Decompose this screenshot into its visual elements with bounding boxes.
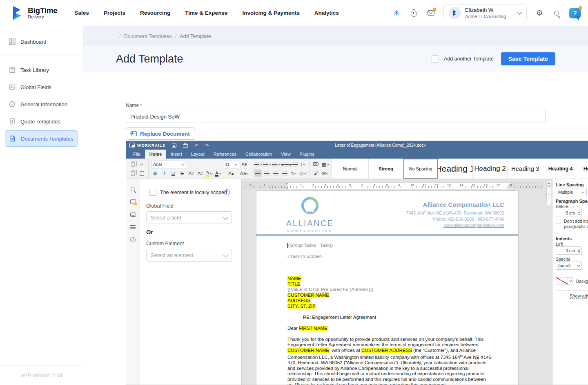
select-all-button[interactable] xyxy=(138,169,146,177)
line-spacing-button[interactable]: ↕ xyxy=(298,160,307,168)
spinner-arrows[interactable] xyxy=(578,248,580,253)
numbered-list-button[interactable] xyxy=(263,160,271,168)
tab-collaboration[interactable]: Collaboration xyxy=(241,150,276,159)
tab-insert[interactable]: Insert xyxy=(166,150,187,159)
scroll-up-button[interactable] xyxy=(546,181,551,186)
font-name-select[interactable]: Arial xyxy=(151,161,186,168)
decrease-font-button[interactable]: A▾ xyxy=(240,160,248,168)
copy-button[interactable] xyxy=(129,169,137,177)
align-justify-button[interactable] xyxy=(281,169,289,177)
ai-sparkle-icon[interactable]: ✳ xyxy=(392,9,401,18)
company-website-link[interactable]: www.alliancecompensation.com xyxy=(406,222,504,228)
bullet-list-button[interactable] xyxy=(254,160,262,168)
align-center-button[interactable] xyxy=(263,169,271,177)
bold-button[interactable]: B xyxy=(151,169,159,177)
save-template-button[interactable]: Save Template xyxy=(501,52,555,65)
font-size-select[interactable]: 11 xyxy=(223,161,239,168)
increase-indent-button[interactable]: ▸ xyxy=(290,160,298,168)
shading-button[interactable]: ◇ xyxy=(298,169,307,177)
template-name-input[interactable] xyxy=(126,110,546,123)
find-icon[interactable] xyxy=(129,186,136,192)
show-advanced-link[interactable]: Show advanced settings xyxy=(570,293,588,299)
about-icon[interactable]: i xyxy=(129,236,136,243)
increase-font-button[interactable]: A▴ xyxy=(223,169,239,177)
copy-style-button[interactable]: 🖌 xyxy=(312,169,320,177)
sidebar-item-documents-templates[interactable]: Documents Templates xyxy=(5,130,78,147)
sidebar-item-task-library[interactable]: Task Library xyxy=(5,62,78,78)
sidebar-item-quote-templates[interactable]: Quote Templates xyxy=(5,113,78,130)
scrollbar-thumb[interactable] xyxy=(546,186,551,206)
redo-icon[interactable]: ↷ xyxy=(205,143,209,148)
save-icon[interactable] xyxy=(172,143,176,148)
undo-icon[interactable]: ↶ xyxy=(194,143,198,148)
cut-button[interactable]: ✂ xyxy=(138,160,146,168)
style-no-spacing[interactable]: No Spacing xyxy=(403,159,438,179)
background-color-swatch[interactable] xyxy=(556,277,568,284)
line-spacing-select[interactable]: Multiple xyxy=(556,188,587,196)
tab-view[interactable]: View xyxy=(276,150,295,159)
scoped-info-icon[interactable]: i xyxy=(224,189,230,195)
spinner-arrows[interactable] xyxy=(578,210,580,215)
replace-document-button[interactable]: Replace Document xyxy=(126,128,195,140)
tab-layout[interactable]: Layout xyxy=(187,150,209,159)
letter-body[interactable]: {Group Tasks - Task}}<Task In Scope>NAME… xyxy=(256,237,518,385)
horizontal-ruler[interactable]: 21123456789101112131415161718 xyxy=(244,182,543,189)
nav-projects[interactable]: Projects xyxy=(104,10,125,16)
special-select[interactable]: (none) xyxy=(556,262,582,270)
user-menu[interactable]: Elizabeth W. Acme IT Consulting xyxy=(443,4,527,22)
sidebar-item-dashboard[interactable]: Dashboard xyxy=(5,34,78,50)
right-indent-marker[interactable] xyxy=(506,184,510,188)
decrease-indent-button[interactable]: ◂ xyxy=(281,160,289,168)
style-heading3[interactable]: Heading 3 xyxy=(508,159,543,179)
style-heading2[interactable]: Heading 2 xyxy=(473,159,508,179)
paste-button[interactable] xyxy=(129,160,137,168)
locally-scoped-checkbox[interactable] xyxy=(149,189,156,196)
print-icon[interactable] xyxy=(183,144,188,148)
align-left-button[interactable] xyxy=(254,169,262,177)
paragraph-marks-button[interactable]: ¶ xyxy=(290,169,298,177)
tab-file[interactable]: File xyxy=(129,150,145,159)
breadcrumb-document-templates[interactable]: Document Templates xyxy=(124,34,172,39)
sidebar-item-global-fields[interactable]: Global Fields xyxy=(5,79,78,95)
inbox-icon[interactable] xyxy=(426,9,435,18)
mail-merge-button[interactable]: ✉ xyxy=(321,169,329,177)
chat-icon[interactable] xyxy=(129,211,136,218)
strikethrough-button[interactable]: S xyxy=(178,169,186,177)
multilevel-list-button[interactable] xyxy=(272,160,280,168)
indent-left-input[interactable]: 0 cm xyxy=(556,246,582,255)
navigation-icon[interactable] xyxy=(129,224,136,231)
italic-button[interactable]: I xyxy=(160,169,168,177)
search-icon[interactable] xyxy=(552,9,561,18)
background-color-dropdown[interactable] xyxy=(568,277,573,284)
settings-gear-icon[interactable]: ⚙ xyxy=(535,9,544,18)
tab-plugins[interactable]: Plugins xyxy=(295,150,319,159)
no-interval-checkbox[interactable] xyxy=(556,219,561,224)
underline-button[interactable]: U xyxy=(169,169,177,177)
spacing-before-input[interactable]: 0 cm xyxy=(556,209,582,217)
nav-sales[interactable]: Sales xyxy=(75,10,89,16)
style-strong[interactable]: Strong xyxy=(369,159,403,179)
global-field-select[interactable]: Select a field xyxy=(146,211,232,224)
font-color-button[interactable]: A xyxy=(214,169,222,177)
subscript-button[interactable]: A2 xyxy=(196,169,204,177)
nav-time-expense[interactable]: Time & Expense xyxy=(185,10,227,16)
help-icon[interactable]: ? xyxy=(569,8,581,18)
style-heading4[interactable]: Heading 4 xyxy=(543,159,578,179)
style-heading1[interactable]: Heading 1 xyxy=(438,159,473,179)
change-case-button[interactable]: Aa xyxy=(240,169,248,177)
left-indent-marker[interactable] xyxy=(285,183,289,189)
sidebar-item-general-information[interactable]: General Information xyxy=(5,96,78,112)
style-heading5[interactable]: Heading 5 xyxy=(578,159,588,179)
nav-invoicing-payments[interactable]: Invoicing & Payments xyxy=(242,10,299,16)
clear-style-button[interactable]: ⌦ xyxy=(312,160,320,168)
page-color-button[interactable]: ▦ xyxy=(321,160,329,168)
align-right-button[interactable] xyxy=(272,169,280,177)
custom-element-select[interactable]: Select an element xyxy=(146,249,232,262)
style-normal[interactable]: Normal xyxy=(332,159,369,179)
nav-resourcing[interactable]: Resourcing xyxy=(140,10,170,16)
superscript-button[interactable]: A2 xyxy=(187,169,195,177)
bigtime-logo[interactable]: BigTime Delivery xyxy=(11,5,58,21)
add-another-template-checkbox[interactable] xyxy=(432,55,439,63)
tab-references[interactable]: References xyxy=(209,150,241,159)
nav-analytics[interactable]: Analytics xyxy=(314,10,339,16)
